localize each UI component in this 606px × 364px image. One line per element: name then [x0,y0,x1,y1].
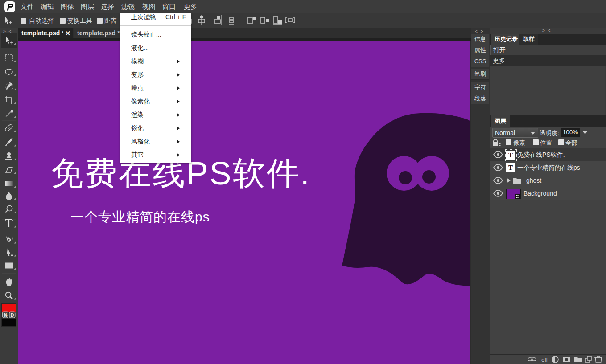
svg-text:eff: eff [541,356,548,363]
svg-text:⇅: ⇅ [4,312,8,318]
svg-text:D: D [11,312,14,318]
